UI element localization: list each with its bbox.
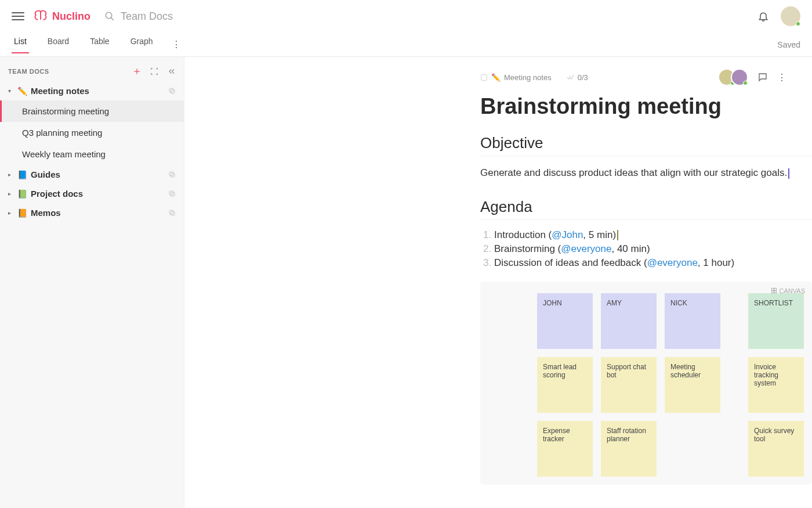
check-icon — [567, 74, 574, 81]
collapse-sidebar-icon[interactable] — [168, 67, 176, 75]
expand-icon[interactable] — [150, 67, 158, 75]
sticky-header-john[interactable]: JOHN — [537, 293, 593, 349]
book-blue-icon: 📘 — [17, 170, 27, 179]
sticky-note[interactable]: Staff rotation planner — [601, 421, 657, 477]
collaborator-cursor — [788, 168, 789, 179]
sticky-note[interactable]: Smart lead scoring — [537, 357, 593, 413]
sidebar-title: TEAM DOCS — [8, 68, 133, 75]
svg-rect-13 — [771, 288, 774, 290]
save-status: Saved — [777, 40, 800, 49]
breadcrumb[interactable]: ✏️ Meeting notes — [480, 73, 552, 82]
online-dot — [796, 21, 800, 26]
sidebar-section-guides[interactable]: ▸ 📘 Guides — [0, 165, 184, 184]
brain-icon — [32, 8, 49, 24]
chevron-right-icon: ▸ — [8, 210, 14, 216]
workspace-name: Team Docs — [121, 10, 173, 23]
svg-point-0 — [106, 12, 112, 19]
pencil-icon: ✏️ — [17, 87, 27, 96]
user-mention[interactable]: @everyone — [561, 243, 611, 254]
copy-icon[interactable] — [168, 171, 176, 178]
sidebar-section-memos[interactable]: ▸ 📙 Memos — [0, 203, 184, 222]
user-mention[interactable]: @John — [552, 229, 583, 240]
add-item-button[interactable] — [133, 67, 141, 75]
heading-objective[interactable]: Objective — [480, 134, 812, 156]
sticky-note[interactable]: Invoice tracking system — [748, 357, 804, 413]
collaborator-avatars[interactable] — [718, 69, 748, 86]
pencil-icon: ✏️ — [491, 73, 501, 82]
online-dot — [743, 81, 748, 85]
sidebar-section-project-docs[interactable]: ▸ 📗 Project docs — [0, 184, 184, 203]
sidebar-item-label: Memos — [31, 208, 165, 218]
agenda-item[interactable]: Brainstorming (@everyone, 40 min) — [494, 243, 812, 255]
svg-rect-9 — [169, 191, 173, 195]
doc-more-button[interactable]: ⋮ — [777, 72, 786, 83]
sidebar-page-brainstorming[interactable]: Brainstorming meeting — [0, 100, 184, 122]
sticky-note[interactable]: Support chat bot — [601, 357, 657, 413]
sidebar-item-label: Project docs — [31, 189, 165, 199]
tab-table[interactable]: Table — [88, 37, 111, 53]
svg-rect-7 — [169, 172, 173, 176]
copy-icon[interactable] — [168, 190, 176, 197]
sidebar-page-q3[interactable]: Q3 planning meeting — [0, 122, 184, 143]
sticky-note[interactable]: Expense tracker — [537, 421, 593, 477]
user-mention[interactable]: @everyone — [647, 257, 698, 268]
canvas-badge: CANVAS — [771, 287, 805, 294]
sidebar-item-label: Guides — [31, 170, 165, 179]
sidebar-item-label: Meeting notes — [31, 86, 165, 96]
tasks-count-value: 0/3 — [578, 73, 588, 82]
tab-board[interactable]: Board — [45, 37, 71, 53]
agenda-item[interactable]: Introduction (@John, 5 min) — [494, 229, 812, 241]
sticky-header-nick[interactable]: NICK — [665, 293, 720, 349]
book-green-icon: 📗 — [17, 189, 27, 199]
heading-agenda[interactable]: Agenda — [480, 198, 812, 220]
collaborator-cursor — [617, 230, 618, 240]
book-orange-icon: 📙 — [17, 208, 27, 218]
tab-more-button[interactable]: ⋮ — [172, 39, 181, 50]
sticky-note[interactable]: Quick survey tool — [748, 421, 804, 477]
svg-rect-5 — [169, 88, 173, 92]
bell-icon[interactable] — [757, 10, 769, 22]
comments-icon[interactable] — [757, 72, 768, 82]
svg-rect-16 — [774, 291, 777, 293]
svg-rect-15 — [771, 291, 774, 293]
copy-icon[interactable] — [168, 87, 176, 95]
search-icon — [104, 11, 115, 21]
copy-icon[interactable] — [168, 209, 176, 217]
breadcrumb-parent: Meeting notes — [504, 73, 552, 82]
chevron-right-icon: ▸ — [8, 190, 14, 197]
svg-rect-8 — [171, 192, 175, 196]
sticky-header-shortlist[interactable]: SHORTLIST — [748, 293, 804, 349]
svg-rect-11 — [169, 210, 173, 214]
svg-line-1 — [111, 17, 114, 20]
canvas-block[interactable]: CANVAS JOHN Smart lead scoring Expense t… — [480, 282, 812, 485]
sidebar-page-weekly[interactable]: Weekly team meeting — [0, 143, 184, 165]
chevron-down-icon: ▾ — [8, 88, 14, 94]
square-icon — [480, 74, 488, 81]
svg-rect-12 — [481, 74, 487, 80]
brand-logo[interactable]: Nuclino — [32, 8, 90, 24]
tab-list[interactable]: List — [12, 37, 29, 53]
current-user-avatar[interactable] — [781, 6, 800, 26]
brand-name: Nuclino — [52, 10, 90, 23]
objective-paragraph[interactable]: Generate and discuss product ideas that … — [480, 165, 812, 181]
sidebar-section-meeting-notes[interactable]: ▾ ✏️ Meeting notes — [0, 81, 184, 100]
svg-rect-6 — [171, 173, 175, 177]
hamburger-menu[interactable] — [12, 10, 24, 23]
tab-graph[interactable]: Graph — [128, 37, 155, 53]
svg-rect-4 — [171, 89, 175, 93]
page-title[interactable]: Brainstorming meeting — [480, 94, 812, 119]
tasks-count[interactable]: 0/3 — [567, 73, 588, 82]
collaborator-avatar[interactable] — [731, 69, 748, 86]
search-box[interactable]: Team Docs — [104, 10, 173, 23]
svg-rect-14 — [774, 288, 777, 290]
chevron-right-icon: ▸ — [8, 171, 14, 178]
sticky-header-amy[interactable]: AMY — [601, 293, 657, 349]
sticky-note[interactable]: Meeting scheduler — [665, 357, 720, 413]
agenda-item[interactable]: Discussion of ideas and feedback (@every… — [494, 257, 812, 269]
svg-rect-10 — [171, 211, 175, 215]
objective-text: Generate and discuss product ideas that … — [480, 167, 787, 178]
